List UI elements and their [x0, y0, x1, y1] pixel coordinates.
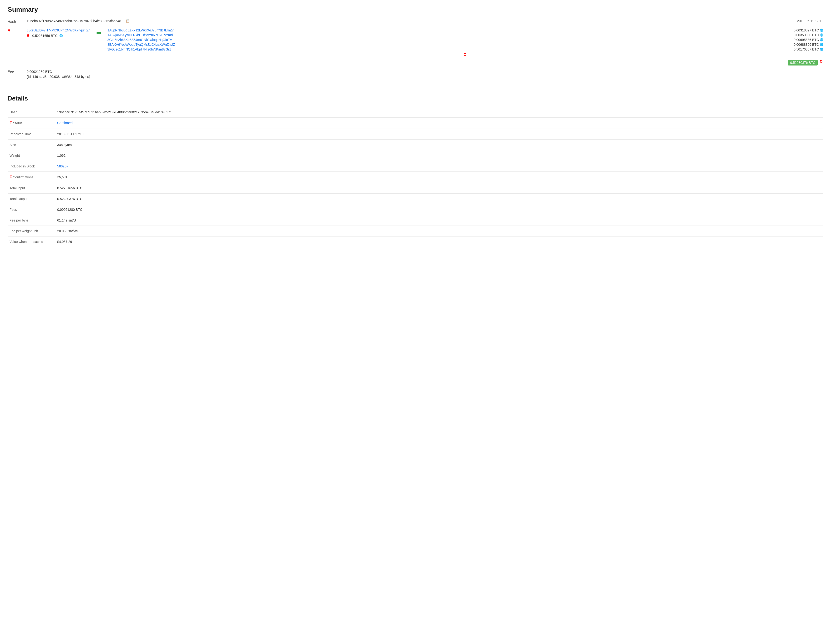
details-row: Fee per byte61.149 sat/B [8, 215, 823, 226]
output-address-3[interactable]: 3BAXA6YotAWouuTyaQMrJ1jC4uaKWnZnUZ [107, 43, 175, 46]
anno-c-container: C [107, 52, 823, 57]
details-title: Details [8, 95, 823, 102]
tx-outputs: 1AupRNbu8qEeXx12LVRxXeJ7um3BJLrnZ7 0.003… [107, 29, 823, 65]
input-amount: 0.52251656 BTC [32, 34, 58, 38]
hash-left: 196eba07f176e457c48216ab87b52197848f8b4f… [27, 19, 797, 23]
annotation-b: B [27, 33, 30, 38]
input-address-link[interactable]: 33drUaJDF7H7xMb3UPhjzNWqK7rkju4tZn [27, 29, 91, 32]
output-address-0[interactable]: 1AupRNbu8qEeXx12LVRxXeJ7um3BJLrnZ7 [107, 29, 174, 32]
annotation-f: F [10, 175, 12, 179]
globe-icon-0: 🌐 [820, 29, 823, 32]
details-row: Fees0.00021280 BTC [8, 204, 823, 215]
details-section: Details Hash196eba07f176e457c48216ab87b5… [8, 89, 823, 247]
field-value-fee-per-weight-unit: 20.038 sat/WU [55, 226, 823, 237]
globe-icon-3: 🌐 [820, 43, 823, 46]
output-row-1: 1ABxjoM6XywDLRkbDHfNvYn6jcUxEiyYmd 0.003… [107, 33, 823, 37]
globe-icon-2: 🌐 [820, 38, 823, 41]
details-row: Total Output0.52230376 BTC [8, 194, 823, 204]
output-row-2: 3Gta6s2b63Ke68Z4m61NfGwfoqcHqGfo7V 0.006… [107, 38, 823, 42]
details-row: Included in Block580267 [8, 161, 823, 172]
field-value-status: Confirmed [55, 118, 823, 129]
output-row-0: 1AupRNbu8qEeXx12LVRxXeJ7um3BJLrnZ7 0.003… [107, 29, 823, 32]
copy-icon[interactable]: 📋 [126, 19, 130, 23]
field-value-weight: 1,062 [55, 150, 823, 161]
field-value-total-input: 0.52251656 BTC [55, 183, 823, 194]
globe-icon-1: 🌐 [820, 33, 823, 37]
annotation-e: E [10, 121, 12, 125]
details-row: Weight1,062 [8, 150, 823, 161]
field-value-fees: 0.00021280 BTC [55, 204, 823, 215]
arrow-icon: ➡ [96, 29, 102, 37]
output-amount-1: 0.00350000 BTC 🌐 [794, 33, 823, 37]
field-value-included-in-block: 580267 [55, 161, 823, 172]
tx-input-item: 33drUaJDF7H7xMb3UPhjzNWqK7rkju4tZn [27, 29, 91, 32]
tx-flow-row: A 33drUaJDF7H7xMb3UPhjzNWqK7rkju4tZn B 0… [8, 29, 823, 65]
output-address-2[interactable]: 3Gta6s2b63Ke68Z4m61NfGwfoqcHqGfo7V [107, 38, 172, 42]
globe-icon-input: 🌐 [59, 34, 63, 37]
field-value-fee-per-byte: 61.149 sat/B [55, 215, 823, 226]
field-value-size: 348 bytes [55, 140, 823, 150]
output-row-4: 3FGJec1bmNQih1AbpHtNfz6bjNKjm87Gr1 0.501… [107, 48, 823, 51]
output-amount-3: 0.00688806 BTC 🌐 [794, 43, 823, 46]
tx-inputs: 33drUaJDF7H7xMb3UPhjzNWqK7rkju4tZn B 0.5… [27, 29, 91, 38]
fee-row: Fee 0.00021280 BTC (61.149 sat/B - 20.03… [8, 69, 823, 79]
hash-short-text: 196eba07f176e457c48216ab87b52197848f8b4f… [27, 19, 124, 23]
tx-total-row: 0.52230376 BTC D [107, 60, 823, 65]
annotation-d: D [820, 60, 822, 65]
summary-section: Summary Hash 196eba07f176e457c48216ab87b… [8, 6, 823, 79]
output-row-3: 3BAXA6YotAWouuTyaQMrJ1jC4uaKWnZnUZ 0.006… [107, 43, 823, 46]
output-amount-4: 0.50176857 BTC 🌐 [794, 48, 823, 51]
annotation-c: C [463, 52, 466, 57]
hash-wrapper: 196eba07f176e457c48216ab87b52197848f8b4f… [27, 19, 823, 23]
hash-row: Hash 196eba07f176e457c48216ab87b52197848… [8, 19, 823, 24]
fee-label: Fee [8, 69, 27, 73]
details-row: Size348 bytes [8, 140, 823, 150]
field-value-hash: 196eba07f176e457c48216ab87b52197848f8b4f… [55, 107, 823, 118]
details-row: Total Input0.52251656 BTC [8, 183, 823, 194]
input-amount-row: B 0.52251656 BTC 🌐 [27, 33, 91, 38]
fee-details: 0.00021280 BTC (61.149 sat/B - 20.038 sa… [27, 69, 90, 79]
details-row: Hash196eba07f176e457c48216ab87b52197848f… [8, 107, 823, 118]
field-value-confirmations: 25,501 [55, 172, 823, 183]
hash-label: Hash [8, 19, 27, 24]
anno-a-container: A [8, 29, 27, 33]
field-value-total-output: 0.52230376 BTC [55, 194, 823, 204]
output-address-4[interactable]: 3FGJec1bmNQih1AbpHtNfz6bjNKjm87Gr1 [107, 48, 171, 51]
details-row: Value when transacted$4,057.29 [8, 237, 823, 247]
details-row: EStatusConfirmed [8, 118, 823, 129]
details-table: Hash196eba07f176e457c48216ab87b52197848f… [8, 107, 823, 247]
timestamp: 2019-06-11 17:10 [797, 19, 823, 23]
details-row: Received Time2019-06-11 17:10 [8, 129, 823, 140]
output-amount-2: 0.00695886 BTC 🌐 [794, 38, 823, 42]
details-row: Fee per weight unit20.038 sat/WU [8, 226, 823, 237]
fee-amount: 0.00021280 BTC [27, 69, 90, 74]
output-amount-0: 0.00318827 BTC 🌐 [794, 29, 823, 32]
output-address-1[interactable]: 1ABxjoM6XywDLRkbDHfNvYn6jcUxEiyYmd [107, 33, 173, 37]
summary-title: Summary [8, 6, 823, 13]
field-value-value-when-transacted: $4,057.29 [55, 237, 823, 247]
details-row: FConfirmations25,501 [8, 172, 823, 183]
total-badge: 0.52230376 BTC [788, 60, 818, 65]
globe-icon-4: 🌐 [820, 48, 823, 51]
field-value-received-time: 2019-06-11 17:10 [55, 129, 823, 140]
annotation-a: A [8, 29, 11, 33]
arrow-container: ➡ [96, 29, 102, 37]
fee-breakdown: (61.149 sat/B - 20.038 sat/WU - 348 byte… [27, 74, 90, 79]
